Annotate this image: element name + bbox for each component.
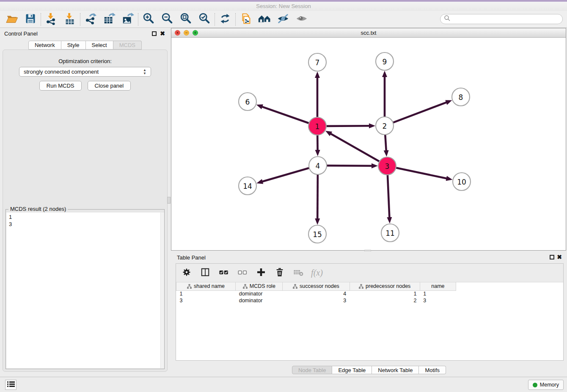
deselect-all-button[interactable] xyxy=(236,267,249,279)
search-input[interactable] xyxy=(440,14,563,24)
graph-node-label: 15 xyxy=(313,230,322,239)
panel-splitter-grip[interactable] xyxy=(167,197,171,204)
node-table-container: f(x) shared name MCDS role successor nod… xyxy=(176,263,564,361)
result-scrollbar[interactable] xyxy=(160,213,164,368)
graph-edge-3-11[interactable] xyxy=(388,175,390,218)
column-layout-button[interactable] xyxy=(199,267,212,279)
column-header-successor-nodes[interactable]: successor nodes xyxy=(283,282,350,290)
graph-edge-arrowhead xyxy=(445,100,452,105)
window-maximize-icon[interactable]: + xyxy=(193,30,198,36)
graph-node-label: 1 xyxy=(315,122,320,131)
export-image-icon xyxy=(121,12,134,27)
column-type-icon xyxy=(293,284,297,289)
search-icon xyxy=(444,15,451,23)
mcds-result-title: MCDS result (2 nodes) xyxy=(8,206,68,212)
control-panel-tabs: Network Style Select MCDS xyxy=(0,41,170,50)
column-header-predecessor-nodes[interactable]: predecessor nodes xyxy=(350,282,420,290)
node-table: shared name MCDS role successor nodes pr… xyxy=(176,282,456,304)
duplicate-network-button[interactable] xyxy=(237,12,255,27)
show-panels-button[interactable] xyxy=(292,12,311,27)
mcds-panel: Optimization criterion: strongly connect… xyxy=(3,50,168,372)
run-mcds-button[interactable]: Run MCDS xyxy=(39,81,82,91)
list-icon xyxy=(7,381,15,389)
select-all-button[interactable] xyxy=(217,267,230,279)
graph-edge-4-14[interactable] xyxy=(262,168,309,182)
graph-edge-arrowhead xyxy=(369,123,375,128)
tab-mcds[interactable]: MCDS xyxy=(113,41,142,50)
memory-button[interactable]: Memory xyxy=(528,380,564,390)
tab-node-table[interactable]: Node Table xyxy=(292,366,333,374)
column-header-name[interactable]: name xyxy=(420,282,456,290)
criterion-value: strongly connected component xyxy=(24,69,99,75)
export-network-button[interactable] xyxy=(81,12,100,27)
table-panel: Table Panel ✖ xyxy=(171,251,567,377)
zoom-out-button[interactable] xyxy=(158,12,176,27)
eye-icon xyxy=(295,13,308,26)
control-panel: Control Panel ✖ Network Style Select MCD… xyxy=(0,28,170,377)
tab-network-table[interactable]: Network Table xyxy=(372,366,419,374)
tab-network[interactable]: Network xyxy=(28,41,61,50)
graph-node-label: 11 xyxy=(385,229,395,237)
close-panel-button[interactable]: Close panel xyxy=(88,81,131,91)
window-minimize-icon[interactable]: – xyxy=(184,30,189,36)
graph-edge-1-2[interactable] xyxy=(326,126,370,126)
import-network-button[interactable] xyxy=(42,12,61,27)
network-overview-button[interactable] xyxy=(255,12,274,27)
export-image-button[interactable] xyxy=(118,12,137,27)
graph-edge-3-1[interactable] xyxy=(330,133,379,161)
graph-edge-3-10[interactable] xyxy=(396,168,447,178)
close-table-panel-icon[interactable]: ✖ xyxy=(557,254,562,260)
graph-edge-arrowhead xyxy=(384,150,389,157)
mcds-result-line: 3 xyxy=(9,221,161,228)
float-panel-icon[interactable] xyxy=(152,31,157,36)
graph-edge-2-3[interactable] xyxy=(385,135,386,151)
network-window-titlebar[interactable]: scc.txt × – + xyxy=(171,28,566,38)
control-panel-title: Control Panel xyxy=(4,30,38,37)
table-row[interactable]: 3 dominator 3 2 3 xyxy=(176,297,456,304)
tab-style[interactable]: Style xyxy=(61,41,86,50)
graph-edge-arrowhead xyxy=(387,217,392,224)
export-table-icon xyxy=(103,12,116,27)
graph-edge-arrowhead xyxy=(315,218,320,225)
network-window-title: scc.txt xyxy=(171,28,566,38)
zoom-selected-button[interactable] xyxy=(195,12,214,27)
graph-edge-arrowhead xyxy=(256,179,263,184)
table-row[interactable]: 1 dominator 4 1 1 xyxy=(176,290,456,297)
zoom-in-icon xyxy=(142,12,155,27)
add-column-button[interactable] xyxy=(255,267,267,279)
network-view-window: scc.txt × – + 7968124314101511 xyxy=(171,28,566,251)
graph-edge-4-15[interactable] xyxy=(317,174,318,219)
graph-node-label: 6 xyxy=(245,98,250,106)
graph-edge-arrowhead xyxy=(325,131,332,136)
window-close-icon[interactable]: × xyxy=(175,30,180,36)
export-table-button[interactable] xyxy=(100,12,118,27)
column-header-shared-name[interactable]: shared name xyxy=(176,282,236,290)
close-panel-icon[interactable]: ✖ xyxy=(160,30,165,37)
delete-column-button[interactable] xyxy=(273,267,286,279)
criterion-dropdown[interactable]: strongly connected component ▲▼ xyxy=(19,67,151,77)
graph-edge-4-3[interactable] xyxy=(327,166,372,166)
table-settings-button[interactable] xyxy=(180,267,193,279)
import-table-button[interactable] xyxy=(61,12,79,27)
graph-edge-2-8[interactable] xyxy=(393,102,447,122)
function-builder-button[interactable]: f(x) xyxy=(311,267,323,279)
graph-edge-1-6[interactable] xyxy=(261,107,309,123)
refresh-network-button[interactable] xyxy=(216,12,234,27)
tab-motifs[interactable]: Motifs xyxy=(419,366,446,374)
zoom-in-button[interactable] xyxy=(139,12,158,27)
import-table-icon xyxy=(63,12,76,27)
task-history-button[interactable] xyxy=(5,380,17,390)
save-session-button[interactable] xyxy=(21,12,40,27)
delete-table-button[interactable] xyxy=(292,267,305,279)
column-type-icon xyxy=(187,284,192,289)
network-canvas[interactable]: 7968124314101511 xyxy=(171,38,566,250)
zoom-fit-button[interactable] xyxy=(176,12,195,27)
float-table-panel-icon[interactable] xyxy=(550,255,554,259)
hide-panels-button[interactable] xyxy=(274,12,292,27)
mcds-result-list[interactable]: 1 3 xyxy=(6,213,164,368)
tab-select[interactable]: Select xyxy=(86,41,113,50)
column-header-mcds-role[interactable]: MCDS role xyxy=(236,282,283,290)
tab-edge-table[interactable]: Edge Table xyxy=(332,366,372,374)
open-session-button[interactable] xyxy=(3,12,21,27)
column-type-icon xyxy=(243,284,248,289)
